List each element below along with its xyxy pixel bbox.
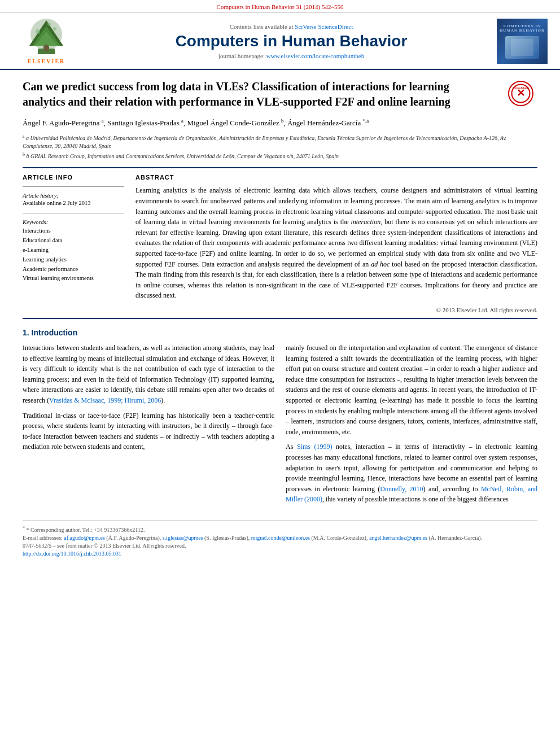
available-online: Available online 2 July 2013: [23, 200, 124, 206]
crossmark-icon: ✕ CrossMark: [511, 84, 531, 103]
elsevier-logo-container: ELSEVIER: [7, 18, 86, 64]
elsevier-logo: ELSEVIER: [7, 18, 86, 64]
journal-cover-thumbnail: COMPUTERS IN HUMAN BEHAVIOR: [497, 19, 548, 64]
affiliation-a: a a Universidad Politécnica de Madrid, D…: [23, 133, 537, 150]
keywords-divider: [23, 213, 124, 213]
keywords-section: Keywords: Interactions Educational data …: [23, 213, 124, 283]
intro-text: Interactions between students and teache…: [23, 343, 537, 509]
intro-col-right: mainly focused on the interpretation and…: [286, 343, 537, 509]
svg-rect-6: [45, 45, 48, 51]
footnote-emails: E-mail addresses: af.agudo@upm.es (Á.F. …: [23, 535, 537, 541]
ref-vrasidas[interactable]: Vrasidas & McIsaac, 1999; Hirumi, 2006: [49, 396, 161, 404]
keyword-2: Educational data: [23, 236, 124, 246]
svg-point-7: [36, 29, 40, 34]
ref-donnelly[interactable]: Donnelly, 2010: [380, 485, 423, 493]
journal-citation: Computers in Human Behavior 31 (2014) 54…: [217, 3, 344, 10]
journal-title: Computers in Human Behavior: [86, 32, 497, 50]
abstract-column: ABSTRACT Learning analytics is the analy…: [135, 174, 537, 313]
keyword-6: Virtual learning environments: [23, 274, 124, 283]
intro-para-1: Interactions between students and teache…: [23, 343, 274, 406]
intro-para-3: mainly focused on the interpretation and…: [286, 343, 537, 437]
issn-line: 0747-5632/$ – see front matter © 2013 El…: [23, 543, 537, 549]
elsevier-wordmark: ELSEVIER: [28, 58, 65, 64]
affiliations: a a Universidad Politécnica de Madrid, D…: [23, 133, 537, 161]
article-title: Can we predict success from log data in …: [23, 79, 537, 110]
info-divider: [23, 186, 124, 187]
email-mconde[interactable]: miguel.conde@unileon.es: [251, 535, 310, 541]
svg-point-9: [47, 23, 51, 26]
intro-heading: 1. Introduction: [23, 328, 537, 337]
svg-point-8: [53, 27, 56, 30]
history-label: Article history:: [23, 193, 124, 199]
copyright-line: © 2013 Elsevier Ltd. All rights reserved…: [135, 307, 537, 313]
article-footer: * * Corresponding author. Tel.: +34 9133…: [23, 521, 537, 557]
sciverse-line: Contents lists available at SciVerse Sci…: [86, 23, 497, 30]
doi-line: http://dx.doi.org/10.1016/j.chb.2013.05.…: [23, 551, 537, 557]
keywords-list: Interactions Educational data e-Learning…: [23, 226, 124, 283]
abstract-heading: ABSTRACT: [135, 174, 537, 181]
keyword-1: Interactions: [23, 226, 124, 236]
homepage-link[interactable]: www.elsevier.com/locate/comphumbeh: [266, 53, 364, 59]
introduction-section: 1. Introduction Interactions between stu…: [23, 328, 537, 509]
authors-line: Ángel F. Agudo-Peregrina a, Santiago Igl…: [23, 117, 537, 129]
intro-para-4: As Sims (1999) notes, interaction – in t…: [286, 442, 537, 505]
crossmark-badge[interactable]: ✕ CrossMark: [504, 79, 537, 107]
article-info-heading: ARTICLE INFO: [23, 174, 124, 181]
keyword-5: Academic performance: [23, 265, 124, 274]
crossmark-circle: ✕ CrossMark: [508, 81, 533, 106]
affiliation-b: b b GRIAL Research Group, Information an…: [23, 151, 537, 160]
intro-para-2: Traditional in-class or face-to-face (F2…: [23, 410, 274, 452]
article-body: ARTICLE INFO Article history: Available …: [23, 174, 537, 313]
svg-text:CrossMark: CrossMark: [512, 86, 529, 90]
elsevier-tree-icon: [21, 18, 72, 57]
keyword-3: e-Learning: [23, 246, 124, 255]
top-bar: Computers in Human Behavior 31 (2014) 54…: [0, 0, 560, 13]
journal-header: ELSEVIER Contents lists available at Sci…: [0, 13, 560, 70]
article-container: Can we predict success from log data in …: [0, 70, 560, 567]
keywords-heading: Keywords:: [23, 219, 124, 225]
doi-link[interactable]: http://dx.doi.org/10.1016/j.chb.2013.05.…: [23, 551, 121, 557]
email-afagudo[interactable]: af.agudo@upm.es: [64, 535, 105, 541]
abstract-text: Learning analytics is the analysis of el…: [135, 185, 537, 301]
journal-homepage: journal homepage: www.elsevier.com/locat…: [86, 53, 497, 59]
article-info-section: ARTICLE INFO Article history: Available …: [23, 174, 124, 206]
email-siglesias[interactable]: s.iglesias@upmes: [163, 535, 203, 541]
email-label: E-mail addresses:: [23, 535, 63, 541]
footnote-star: * * Corresponding author. Tel.: +34 9133…: [23, 526, 537, 533]
email-ahernandez[interactable]: angel.hernandez@upm.es: [369, 535, 427, 541]
journal-title-area: Contents lists available at SciVerse Sci…: [86, 23, 497, 59]
intro-col-left: Interactions between students and teache…: [23, 343, 274, 509]
ref-sims[interactable]: Sims (1999): [297, 443, 333, 451]
sciverse-link[interactable]: SciVerse ScienceDirect: [295, 23, 353, 30]
article-info-column: ARTICLE INFO Article history: Available …: [23, 174, 124, 313]
body-divider: [23, 318, 537, 319]
journal-cover-area: COMPUTERS IN HUMAN BEHAVIOR: [497, 19, 553, 64]
keyword-4: Learning analytics: [23, 255, 124, 265]
header-divider: [23, 167, 537, 168]
